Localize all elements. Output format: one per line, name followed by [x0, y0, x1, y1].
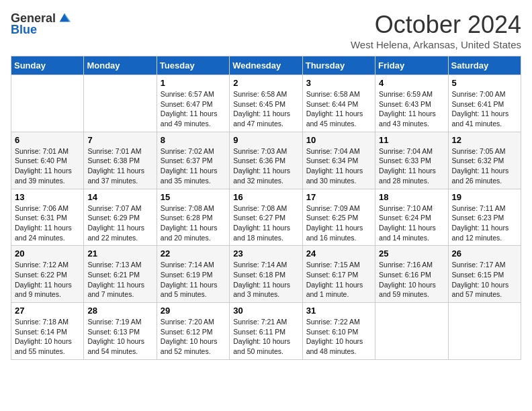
day-number: 15	[161, 192, 226, 202]
day-number: 13	[15, 192, 80, 202]
cell-content: Sunset: 6:10 PM	[306, 327, 371, 337]
day-number: 24	[306, 248, 371, 259]
day-number: 2	[233, 78, 298, 88]
day-number: 7	[87, 135, 152, 145]
day-number: 28	[87, 306, 152, 316]
cell-content: Sunrise: 7:14 AM	[233, 260, 298, 270]
cell-content: Daylight: 10 hours and 54 minutes.	[87, 336, 152, 356]
cell-content: Sunset: 6:24 PM	[379, 213, 444, 223]
cell-content: Sunset: 6:23 PM	[452, 213, 517, 223]
cell-content: Sunrise: 7:13 AM	[87, 260, 152, 270]
calendar-cell: 14Sunrise: 7:07 AMSunset: 6:29 PMDayligh…	[84, 189, 157, 246]
calendar-cell: 10Sunrise: 7:04 AMSunset: 6:34 PMDayligh…	[302, 132, 375, 189]
calendar-cell	[11, 75, 84, 132]
calendar-day-header: Friday	[375, 56, 448, 75]
calendar-cell: 12Sunrise: 7:05 AMSunset: 6:32 PMDayligh…	[448, 132, 521, 189]
calendar-header-row: SundayMondayTuesdayWednesdayThursdayFrid…	[11, 56, 521, 75]
cell-content: Daylight: 11 hours and 49 minutes.	[161, 109, 226, 128]
logo-blue-text: Blue	[11, 23, 37, 37]
calendar-cell: 30Sunrise: 7:21 AMSunset: 6:11 PMDayligh…	[230, 303, 302, 360]
cell-content: Sunrise: 7:09 AM	[306, 203, 371, 214]
cell-content: Sunset: 6:12 PM	[161, 327, 226, 337]
cell-content: Sunset: 6:37 PM	[161, 156, 226, 166]
cell-content: Sunrise: 7:00 AM	[452, 89, 517, 99]
calendar-cell: 23Sunrise: 7:14 AMSunset: 6:18 PMDayligh…	[230, 246, 302, 303]
cell-content: Sunrise: 6:58 AM	[233, 89, 298, 99]
cell-content: Sunrise: 7:14 AM	[161, 260, 226, 270]
day-number: 14	[87, 192, 152, 202]
calendar-table: SundayMondayTuesdayWednesdayThursdayFrid…	[11, 56, 521, 360]
calendar-day-header: Saturday	[448, 56, 521, 75]
cell-content: Sunrise: 7:11 AM	[452, 203, 517, 214]
cell-content: Sunrise: 7:04 AM	[379, 146, 444, 156]
calendar-cell: 15Sunrise: 7:08 AMSunset: 6:28 PMDayligh…	[157, 189, 229, 246]
day-number: 11	[379, 135, 444, 145]
calendar-day-header: Wednesday	[230, 56, 302, 75]
calendar-cell: 13Sunrise: 7:06 AMSunset: 6:31 PMDayligh…	[11, 189, 84, 246]
cell-content: Sunrise: 7:16 AM	[379, 260, 444, 270]
calendar-cell: 22Sunrise: 7:14 AMSunset: 6:19 PMDayligh…	[157, 246, 229, 303]
cell-content: Sunset: 6:34 PM	[306, 156, 371, 166]
cell-content: Daylight: 11 hours and 18 minutes.	[233, 223, 298, 242]
cell-content: Sunset: 6:44 PM	[306, 99, 371, 109]
cell-content: Sunset: 6:28 PM	[161, 213, 226, 223]
calendar-cell: 1Sunrise: 6:57 AMSunset: 6:47 PMDaylight…	[157, 75, 229, 132]
calendar-cell: 7Sunrise: 7:01 AMSunset: 6:38 PMDaylight…	[84, 132, 157, 189]
page-header: General Blue October 2024 West Helena, A…	[11, 11, 521, 50]
calendar-week-row: 13Sunrise: 7:06 AMSunset: 6:31 PMDayligh…	[11, 189, 521, 246]
cell-content: Sunrise: 7:02 AM	[161, 146, 226, 156]
cell-content: Daylight: 11 hours and 32 minutes.	[233, 166, 298, 185]
day-number: 20	[15, 248, 80, 259]
calendar-cell	[375, 303, 448, 360]
calendar-cell: 24Sunrise: 7:15 AMSunset: 6:17 PMDayligh…	[302, 246, 375, 303]
cell-content: Sunrise: 7:15 AM	[306, 260, 371, 270]
cell-content: Daylight: 10 hours and 55 minutes.	[15, 336, 80, 356]
cell-content: Sunset: 6:45 PM	[233, 99, 298, 109]
cell-content: Daylight: 11 hours and 3 minutes.	[233, 280, 298, 300]
cell-content: Sunset: 6:14 PM	[15, 327, 80, 337]
cell-content: Daylight: 10 hours and 57 minutes.	[452, 280, 517, 300]
calendar-cell: 2Sunrise: 6:58 AMSunset: 6:45 PMDaylight…	[230, 75, 302, 132]
cell-content: Daylight: 11 hours and 22 minutes.	[87, 223, 152, 242]
cell-content: Daylight: 11 hours and 30 minutes.	[306, 166, 371, 185]
calendar-week-row: 1Sunrise: 6:57 AMSunset: 6:47 PMDaylight…	[11, 75, 521, 132]
cell-content: Sunset: 6:17 PM	[306, 270, 371, 280]
cell-content: Sunset: 6:29 PM	[87, 213, 152, 223]
day-number: 29	[161, 306, 226, 316]
calendar-body: 1Sunrise: 6:57 AMSunset: 6:47 PMDaylight…	[11, 75, 521, 360]
calendar-cell: 29Sunrise: 7:20 AMSunset: 6:12 PMDayligh…	[157, 303, 229, 360]
cell-content: Sunset: 6:47 PM	[161, 99, 226, 109]
day-number: 26	[452, 248, 517, 259]
cell-content: Daylight: 11 hours and 43 minutes.	[379, 109, 444, 128]
cell-content: Daylight: 11 hours and 7 minutes.	[87, 280, 152, 300]
cell-content: Sunrise: 7:07 AM	[87, 203, 152, 214]
cell-content: Sunrise: 7:01 AM	[15, 146, 80, 156]
calendar-cell: 11Sunrise: 7:04 AMSunset: 6:33 PMDayligh…	[375, 132, 448, 189]
calendar-cell: 27Sunrise: 7:18 AMSunset: 6:14 PMDayligh…	[11, 303, 84, 360]
cell-content: Sunrise: 7:03 AM	[233, 146, 298, 156]
day-number: 23	[233, 248, 298, 259]
cell-content: Sunset: 6:15 PM	[452, 270, 517, 280]
cell-content: Daylight: 11 hours and 45 minutes.	[306, 109, 371, 128]
day-number: 22	[161, 248, 226, 259]
cell-content: Daylight: 11 hours and 12 minutes.	[452, 223, 517, 242]
cell-content: Sunset: 6:19 PM	[161, 270, 226, 280]
month-title: October 2024	[351, 11, 521, 39]
calendar-cell: 16Sunrise: 7:08 AMSunset: 6:27 PMDayligh…	[230, 189, 302, 246]
day-number: 31	[306, 306, 371, 316]
day-number: 21	[87, 248, 152, 259]
day-number: 18	[379, 192, 444, 202]
cell-content: Daylight: 11 hours and 16 minutes.	[306, 223, 371, 242]
day-number: 8	[161, 135, 226, 145]
cell-content: Sunset: 6:21 PM	[87, 270, 152, 280]
calendar-day-header: Tuesday	[157, 56, 229, 75]
calendar-cell: 25Sunrise: 7:16 AMSunset: 6:16 PMDayligh…	[375, 246, 448, 303]
cell-content: Daylight: 10 hours and 48 minutes.	[306, 336, 371, 356]
svg-marker-0	[60, 13, 70, 22]
day-number: 27	[15, 306, 80, 316]
cell-content: Daylight: 11 hours and 28 minutes.	[379, 166, 444, 185]
calendar-cell: 9Sunrise: 7:03 AMSunset: 6:36 PMDaylight…	[230, 132, 302, 189]
title-area: October 2024 West Helena, Arkansas, Unit…	[351, 11, 521, 50]
cell-content: Daylight: 11 hours and 26 minutes.	[452, 166, 517, 185]
logo-icon	[57, 11, 72, 26]
